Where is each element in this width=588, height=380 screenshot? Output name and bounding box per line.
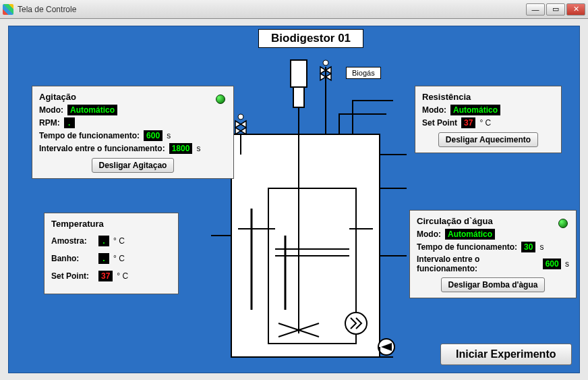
- resistencia-heading: Resistência: [422, 92, 554, 102]
- app-icon: [3, 4, 13, 15]
- temp-amostra-unit: ° C: [113, 236, 125, 246]
- agitacao-modo-label: Modo:: [39, 105, 63, 115]
- circulacao-modo-value: Automático: [445, 229, 495, 240]
- circulacao-status-led: [558, 219, 568, 228]
- resistencia-setpoint-label: Set Point: [422, 118, 457, 128]
- temp-amostra-value: .: [98, 236, 109, 246]
- agitacao-heading: Agitação: [39, 92, 227, 102]
- circulacao-intervalo-unit: s: [565, 259, 569, 269]
- maximize-button[interactable]: ▭: [546, 3, 565, 16]
- circulacao-heading: Circulação d`água: [417, 216, 569, 226]
- main-canvas: Biodigestor 01: [8, 26, 580, 373]
- iniciar-experimento-button[interactable]: Iniciar Experimento: [440, 344, 572, 365]
- biodigestor-diagram: [211, 53, 413, 371]
- temp-banho-unit: ° C: [113, 254, 125, 263]
- circulacao-intervalo-value: 600: [543, 259, 561, 269]
- agitacao-tempo-unit: s: [167, 131, 171, 140]
- resistencia-setpoint-unit: ° C: [479, 118, 491, 128]
- agitacao-modo-value: Automático: [67, 105, 117, 115]
- agitacao-rpm-label: RPM:: [39, 118, 60, 128]
- temp-setpoint-unit: ° C: [117, 271, 128, 281]
- temperatura-heading: Temperatura: [51, 219, 171, 229]
- resistencia-modo-label: Modo:: [422, 105, 446, 115]
- temp-setpoint-value: 37: [98, 271, 113, 281]
- circulacao-panel: Circulação d`água Modo: Automático Tempo…: [409, 210, 577, 298]
- agitacao-intervalo-label: Intervalo entre o funcionamento:: [39, 144, 165, 153]
- close-button[interactable]: ✕: [566, 3, 585, 16]
- agitacao-intervalo-value: 1800: [169, 143, 193, 154]
- titlebar: Tela de Controle — ▭ ✕: [0, 0, 588, 19]
- biogas-label: Biogás: [346, 67, 381, 79]
- resistencia-panel: Resistência Modo: Automático Set Point 3…: [415, 86, 562, 153]
- temp-banho-label: Banho:: [51, 254, 94, 263]
- svg-rect-8: [293, 87, 304, 107]
- temp-amostra-label: Amostra:: [51, 236, 94, 246]
- temp-setpoint-label: Set Point:: [51, 271, 94, 281]
- agitacao-tempo-value: 600: [144, 130, 163, 141]
- agitacao-panel: Agitação Modo: Automático RPM: . Tempo d…: [32, 86, 234, 179]
- desligar-agitacao-button[interactable]: Desligar Agitaçao: [92, 158, 175, 173]
- temperatura-panel: Temperatura Amostra: . ° C Banho: . ° C …: [44, 213, 179, 294]
- desligar-aquecimento-button[interactable]: Desligar Aquecimento: [438, 132, 538, 147]
- svg-point-17: [238, 114, 243, 119]
- window-title: Tela de Controle: [18, 5, 526, 14]
- minimize-button[interactable]: —: [526, 3, 545, 16]
- desligar-bomba-button[interactable]: Desligar Bomba d'àgua: [441, 277, 546, 292]
- resistencia-modo-value: Automático: [450, 105, 500, 115]
- svg-point-16: [323, 60, 328, 65]
- temp-banho-value: .: [98, 253, 109, 264]
- agitacao-status-led: [216, 94, 225, 104]
- agitacao-tempo-label: Tempo de funcionamento:: [39, 131, 140, 140]
- circulacao-tempo-label: Tempo de funcionamento:: [417, 242, 517, 252]
- agitacao-intervalo-unit: s: [196, 144, 200, 153]
- circulacao-modo-label: Modo:: [417, 229, 441, 239]
- circulacao-intervalo-label: Intervalo entre o funcionamento:: [417, 254, 539, 273]
- circulacao-tempo-value: 30: [521, 242, 535, 252]
- svg-rect-7: [291, 60, 307, 87]
- circulacao-tempo-unit: s: [539, 242, 543, 252]
- page-title: Biodigestor 01: [258, 29, 363, 48]
- resistencia-setpoint-value: 37: [461, 117, 475, 128]
- agitacao-rpm-value: .: [64, 117, 75, 128]
